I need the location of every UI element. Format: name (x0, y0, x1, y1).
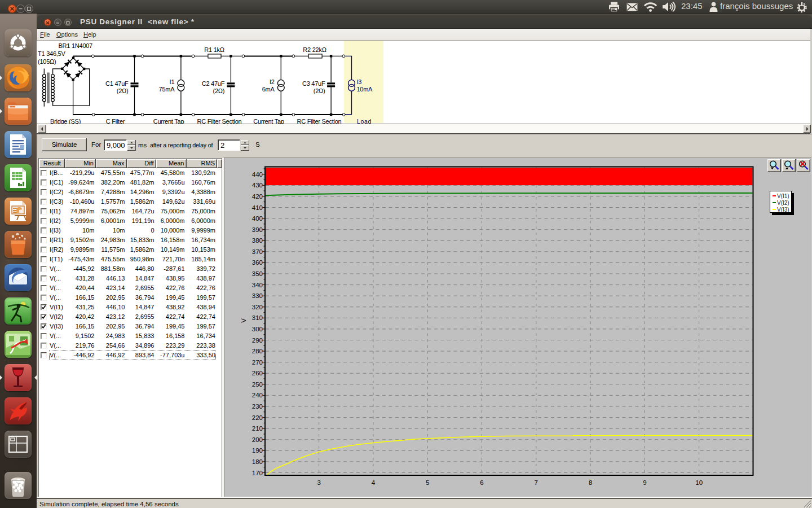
svg-text:280: 280 (252, 348, 263, 354)
svg-text:290: 290 (252, 337, 263, 344)
svg-text:I3: I3 (356, 78, 361, 85)
svg-text:C3 47uF: C3 47uF (302, 80, 325, 87)
svg-text:240: 240 (252, 392, 263, 398)
svg-text:260: 260 (252, 370, 263, 376)
svg-text:C1 47uF: C1 47uF (105, 80, 129, 87)
svg-text:230: 230 (252, 403, 263, 410)
svg-text:R1 1kΩ: R1 1kΩ (204, 46, 224, 53)
svg-text:440: 440 (252, 171, 263, 178)
svg-text:T1 346,5V: T1 346,5V (38, 50, 65, 57)
svg-text:(2Ω): (2Ω) (314, 87, 325, 94)
svg-text:9: 9 (643, 479, 646, 486)
svg-text:(2Ω): (2Ω) (213, 87, 225, 94)
svg-text:I2: I2 (270, 78, 275, 85)
svg-text:BR1 1N4007: BR1 1N4007 (59, 42, 93, 49)
svg-text:R2 22kΩ: R2 22kΩ (303, 46, 326, 53)
svg-text:210: 210 (252, 425, 263, 432)
svg-text:8: 8 (589, 479, 592, 486)
svg-text:(105Ω): (105Ω) (38, 58, 56, 65)
svg-text:370: 370 (252, 248, 263, 255)
svg-text:420: 420 (252, 193, 263, 200)
svg-text:I1: I1 (170, 78, 175, 85)
svg-text:4: 4 (372, 479, 376, 486)
svg-text:10: 10 (695, 479, 703, 486)
svg-text:250: 250 (252, 381, 263, 388)
svg-text:220: 220 (252, 414, 263, 421)
svg-text:6: 6 (480, 479, 483, 486)
svg-text:310: 310 (252, 314, 263, 321)
svg-text:430: 430 (252, 182, 263, 189)
svg-text:7: 7 (535, 479, 538, 486)
svg-text:410: 410 (252, 204, 263, 211)
svg-text:330: 330 (252, 292, 263, 299)
svg-text:C2 47uF: C2 47uF (202, 80, 225, 87)
svg-text:180: 180 (252, 458, 263, 465)
svg-text:390: 390 (252, 226, 263, 233)
svg-text:380: 380 (252, 237, 263, 244)
svg-text:320: 320 (252, 304, 263, 310)
svg-text:190: 190 (252, 447, 263, 454)
svg-text:400: 400 (252, 215, 263, 222)
svg-text:340: 340 (252, 282, 263, 288)
svg-text:75mA: 75mA (159, 86, 175, 93)
svg-text:V: V (240, 318, 247, 323)
svg-text:3: 3 (317, 479, 320, 486)
svg-text:(2Ω): (2Ω) (117, 87, 129, 94)
svg-text:300: 300 (252, 326, 263, 332)
svg-text:5: 5 (426, 479, 429, 486)
svg-text:360: 360 (252, 259, 263, 266)
svg-text:270: 270 (252, 359, 263, 366)
svg-text:6mA: 6mA (262, 86, 275, 93)
svg-text:170: 170 (252, 470, 263, 476)
svg-text:10mA: 10mA (356, 86, 373, 93)
svg-text:350: 350 (252, 270, 263, 277)
svg-text:200: 200 (252, 436, 263, 443)
